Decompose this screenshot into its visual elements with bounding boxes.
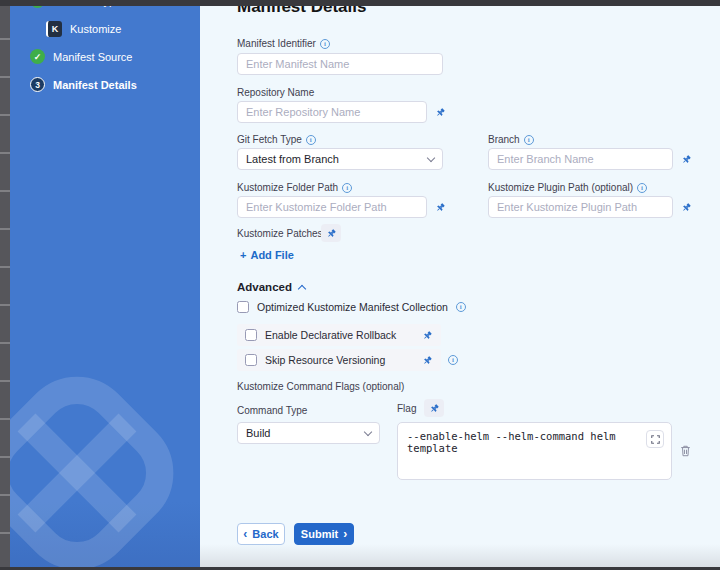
- command-type-label: Command Type: [237, 405, 307, 416]
- git-fetch-type-label: Git Fetch Type: [237, 134, 316, 145]
- step-manifest-details[interactable]: 3 Manifest Details: [30, 77, 137, 92]
- kustomize-plugin-path-input[interactable]: [488, 196, 673, 218]
- declarative-rollback-checkbox[interactable]: [245, 329, 257, 341]
- dimmed-page-left-edge: [0, 0, 10, 570]
- delete-flag-icon[interactable]: [677, 443, 693, 459]
- info-icon[interactable]: [637, 183, 647, 193]
- skip-versioning-runtime-pin-icon[interactable]: [422, 355, 433, 366]
- arrow-left-icon: ‹: [243, 528, 247, 540]
- manifest-details-panel: Manifest Details Manifest Identifier Rep…: [200, 0, 720, 570]
- submit-button[interactable]: Submit ›: [294, 523, 354, 545]
- advanced-section-toggle[interactable]: Advanced: [237, 281, 305, 293]
- kustomize-folder-path-label: Kustomize Folder Path: [237, 182, 352, 193]
- patches-runtime-pin-button[interactable]: [321, 224, 341, 242]
- info-icon[interactable]: [342, 183, 352, 193]
- plus-icon: +: [240, 249, 246, 261]
- flag-textarea-container: --enable-helm --helm-command helm templa…: [397, 422, 672, 480]
- info-icon[interactable]: [320, 39, 330, 49]
- info-icon[interactable]: [456, 302, 466, 312]
- back-button[interactable]: ‹ Back: [237, 523, 285, 545]
- command-type-select[interactable]: Build: [237, 422, 380, 444]
- repository-name-label: Repository Name: [237, 87, 314, 98]
- step-number-badge: 3: [30, 77, 45, 92]
- step-label: Manifest Details: [53, 79, 137, 91]
- arrow-right-icon: ›: [343, 528, 347, 540]
- optimized-collection-row: Optimized Kustomize Manifest Collection: [237, 301, 466, 313]
- skip-resource-versioning-row: Skip Resource Versioning: [237, 349, 441, 371]
- flag-input[interactable]: --enable-helm --helm-command helm templa…: [398, 423, 671, 479]
- check-circle-icon: [30, 49, 45, 64]
- step-kustomize[interactable]: K Kustomize: [46, 21, 121, 37]
- chevron-down-icon: [364, 427, 372, 435]
- info-icon[interactable]: [524, 135, 534, 145]
- kustomize-folder-path-input[interactable]: [237, 196, 427, 218]
- optimized-collection-checkbox[interactable]: [237, 301, 249, 313]
- chevron-down-icon: [427, 153, 435, 161]
- repository-name-input[interactable]: [237, 101, 427, 123]
- flag-runtime-pin-button[interactable]: [424, 399, 444, 417]
- skip-versioning-info-icon[interactable]: [448, 355, 458, 365]
- kustomize-plugin-path-label: Kustomize Plugin Path (optional): [488, 182, 647, 193]
- add-file-button[interactable]: + Add File: [240, 249, 294, 261]
- step-label: Manifest Source: [53, 51, 132, 63]
- kustomize-icon: K: [46, 21, 62, 37]
- skip-resource-versioning-checkbox[interactable]: [245, 354, 257, 366]
- branch-input[interactable]: [488, 148, 673, 170]
- repository-name-runtime-pin-icon[interactable]: [431, 103, 449, 121]
- expand-icon[interactable]: [646, 430, 664, 448]
- dimmed-page-top-edge: [0, 0, 720, 6]
- declarative-rollback-row: Enable Declarative Rollback: [237, 324, 441, 346]
- wizard-sidebar: Manifest Type K Kustomize Manifest Sourc…: [10, 0, 200, 570]
- harness-logo-watermark: [10, 368, 182, 570]
- manifest-identifier-input[interactable]: [237, 53, 443, 75]
- plugin-path-runtime-pin-icon[interactable]: [677, 198, 695, 216]
- info-icon[interactable]: [306, 135, 316, 145]
- chevron-up-icon: [298, 285, 306, 293]
- rollback-runtime-pin-icon[interactable]: [422, 330, 433, 341]
- folder-path-runtime-pin-icon[interactable]: [431, 198, 449, 216]
- manifest-identifier-label: Manifest Identifier: [237, 38, 330, 49]
- step-label: Kustomize: [70, 23, 121, 35]
- flag-label: Flag: [397, 403, 416, 414]
- app-screen: Manifest Type K Kustomize Manifest Sourc…: [0, 0, 720, 570]
- command-flags-section-label: Kustomize Command Flags (optional): [237, 381, 404, 392]
- step-manifest-source[interactable]: Manifest Source: [30, 49, 132, 64]
- branch-runtime-pin-icon[interactable]: [677, 150, 695, 168]
- git-fetch-type-select[interactable]: Latest from Branch: [237, 148, 443, 170]
- branch-label: Branch: [488, 134, 534, 145]
